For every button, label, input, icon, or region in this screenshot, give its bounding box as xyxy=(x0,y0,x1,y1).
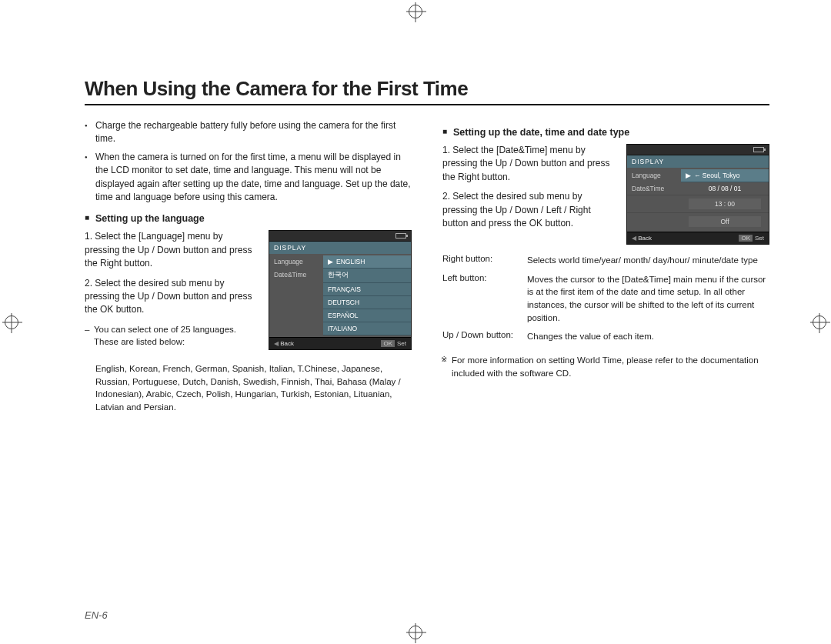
lcd-opt: ESPAÑOL xyxy=(328,312,359,319)
chevron-right-icon: ▶ xyxy=(328,258,333,265)
bullet-item: Charge the rechargeable battery fully be… xyxy=(85,119,412,146)
bullet-item: When the camera is turned on for the fir… xyxy=(85,151,412,205)
battery-icon xyxy=(395,233,406,239)
lcd-title: DISPLAY xyxy=(627,155,769,168)
lcd-menu-language: Language xyxy=(627,169,681,182)
chevron-right-icon: ▶ xyxy=(686,172,691,179)
btn-key: Left button: xyxy=(442,272,527,329)
btn-val: Moves the cursor to the [Date&Time] main… xyxy=(527,272,769,329)
lcd-menu-datetime: Date&Time xyxy=(627,182,681,195)
lcd-datetime-screen: DISPLAY Language ▶← Seoul, Tokyo Date&Ti… xyxy=(626,144,769,245)
date-step1: Select the [Date&Time] menu by pressing … xyxy=(442,145,609,182)
lcd-foot-set: Set xyxy=(397,340,406,347)
page-number: EN-6 xyxy=(85,609,108,621)
date-footnote: For more information on setting World Ti… xyxy=(442,354,769,379)
lang-step1: Select the [Language] menu by pressing t… xyxy=(85,231,252,269)
lcd-foot-ok: OK xyxy=(739,235,753,242)
lcd-menu-language: Language xyxy=(269,255,323,269)
lcd-title: DISPLAY xyxy=(269,242,411,254)
lcd-opt: DEUTSCH xyxy=(328,299,359,306)
lcd-opt: ITALIANO xyxy=(328,325,357,332)
left-column: Charge the rechargeable battery fully be… xyxy=(85,119,412,414)
lcd-menu-datetime: Date&Time xyxy=(269,269,323,283)
lcd-val-time: 13 : 00 xyxy=(689,199,761,209)
language-list: English, Korean, French, German, Spanish… xyxy=(85,362,412,414)
button-function-table: Right button: Selects world time/year/ m… xyxy=(442,252,769,348)
lcd-language-screen: DISPLAY Language ▶ENGLISH Date&Time 한국어 … xyxy=(269,230,412,350)
btn-key: Right button: xyxy=(442,252,527,272)
btn-val: Changes the value of each item. xyxy=(527,329,769,348)
right-column: Setting up the date, time and date type … xyxy=(442,119,769,414)
btn-val: Selects world time/year/ month/ day/hour… xyxy=(527,252,769,272)
lang-step2: Select the desired sub menu by pressing … xyxy=(85,278,252,315)
lcd-val-off: Off xyxy=(689,216,761,227)
lcd-val-date: 08 / 08 / 01 xyxy=(709,185,742,192)
lcd-opt: FRANÇAIS xyxy=(328,285,361,293)
lang-note: You can select one of 25 languages. Thes… xyxy=(85,323,258,349)
lcd-foot-back: Back xyxy=(632,235,652,242)
btn-key: Up / Down button: xyxy=(442,329,527,348)
battery-icon xyxy=(753,147,764,152)
lcd-opt: 한국어 xyxy=(328,271,349,279)
intro-bullets: Charge the rechargeable battery fully be… xyxy=(85,119,412,204)
page-title: When Using the Camera for the First Time xyxy=(85,77,769,105)
subheading-datetime: Setting up the date, time and date type xyxy=(442,127,769,138)
lcd-val-city: ← Seoul, Tokyo xyxy=(694,172,739,179)
lcd-foot-set: Set xyxy=(755,235,764,242)
subheading-language: Setting up the language xyxy=(85,213,412,224)
date-step2: Select the desired sub menu by pressing … xyxy=(442,191,591,229)
lcd-opt: ENGLISH xyxy=(336,258,365,265)
lcd-foot-back: Back xyxy=(274,340,294,347)
lcd-foot-ok: OK xyxy=(381,340,395,347)
